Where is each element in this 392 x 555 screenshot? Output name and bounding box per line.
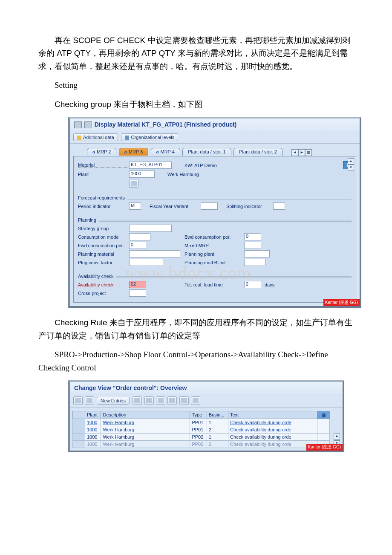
- table-row[interactable]: 1000Werk HamburgPP022Check availability …: [73, 440, 330, 448]
- sap2-title: Change View "Order control": Overview: [70, 382, 343, 394]
- paragraph-4: Checking Rule 来自于应用程序，即不同的应用程序有不同的设定，如生产…: [38, 316, 354, 342]
- scroll-down-button[interactable]: ▼: [348, 165, 354, 171]
- ac-label: Availability check: [78, 282, 129, 287]
- cell-type: PP01: [190, 419, 207, 426]
- tab-mrp2[interactable]: σMRP 2: [87, 148, 116, 156]
- paragraph-2: Setting: [38, 79, 354, 92]
- cell-pad: [317, 433, 330, 440]
- pbunit-field[interactable]: [244, 259, 265, 266]
- order-control-table: Plant Description Type Busin... Text ▦ 1…: [72, 411, 330, 448]
- new-entries-button[interactable]: New Entries: [97, 397, 130, 405]
- sap-tabbar: σMRP 2 σMRP 3 σMRP 4 Plant data / stor. …: [70, 144, 360, 156]
- col-type[interactable]: Type: [190, 411, 207, 419]
- cell-desc: Werk Hamburg: [101, 426, 190, 433]
- cell-text: Check availability during orde: [228, 433, 317, 440]
- material-desc: KW: ATP Demo: [184, 163, 217, 168]
- glasses-icon[interactable]: [85, 396, 94, 405]
- sap-order-control-window: Change View "Order control": Overview Ne…: [68, 380, 344, 452]
- tab-scroll-right[interactable]: ►: [298, 149, 305, 156]
- cell-pad: [317, 419, 330, 426]
- pmat-field[interactable]: [129, 250, 180, 257]
- tab-scroll-list[interactable]: ▦: [305, 149, 312, 156]
- sap-toolbar: Additional data Organizational levels: [70, 131, 360, 144]
- cell-busin: 2: [207, 440, 228, 448]
- cmode-label: Consumption mode: [78, 234, 129, 240]
- pmat-label: Planning material: [78, 251, 129, 257]
- fwd-field[interactable]: 0: [129, 242, 146, 249]
- tab-plant-data-1[interactable]: Plant data / stor. 1: [182, 148, 231, 156]
- plant-field[interactable]: 1000: [129, 171, 155, 178]
- period-field[interactable]: M: [129, 202, 141, 210]
- planning-group: Planning: [78, 214, 352, 220]
- row-selector[interactable]: [73, 440, 85, 448]
- material-label: Material: [78, 162, 129, 168]
- paragraph-1: 再在 SCOPE OF CHECK 中设定需要检查哪些元素，再把哪些元素加加减减…: [38, 34, 354, 73]
- settings-header[interactable]: ▦: [317, 411, 330, 419]
- plant-label: Plant: [78, 172, 129, 177]
- pbunit-label: Planning matl BUnit: [184, 260, 244, 265]
- material-field[interactable]: KT_FG_ATP01: [129, 162, 172, 169]
- pplant-field[interactable]: [244, 250, 270, 257]
- mixed-field[interactable]: [244, 242, 261, 249]
- cell-type: PP02: [190, 440, 207, 448]
- tab-plant-data-2[interactable]: Plant data / stor. 2: [233, 148, 282, 156]
- table-row[interactable]: 1000Werk HamburgPP012Check availability …: [73, 426, 330, 433]
- refresh-icon[interactable]: [129, 179, 138, 188]
- bwd-field[interactable]: 0: [244, 233, 261, 240]
- sap-window-title: Display Material KT_FG_ATP01 (Finished p…: [70, 119, 360, 131]
- sap-title-text: Display Material KT_FG_ATP01 (Finished p…: [95, 121, 236, 128]
- scroll-up-button[interactable]: ▲: [348, 158, 354, 165]
- undo-icon[interactable]: [156, 396, 165, 405]
- pconv-field[interactable]: [129, 259, 163, 266]
- select-all-icon[interactable]: [179, 396, 189, 405]
- trl-unit: days: [265, 282, 274, 287]
- ac-field[interactable]: 02: [129, 281, 146, 288]
- paragraph-3: Checking group 来自于物料主档，如下图: [38, 98, 354, 111]
- strategy-field[interactable]: [129, 225, 172, 232]
- cmode-field[interactable]: [129, 233, 150, 240]
- cross-field[interactable]: [129, 289, 146, 297]
- pencil-icon[interactable]: [73, 396, 83, 405]
- cell-busin: 1: [207, 433, 228, 440]
- scroll-up-icon[interactable]: ▲: [334, 433, 340, 439]
- trl-field[interactable]: 2: [244, 281, 261, 288]
- arrow-icon: [77, 136, 81, 140]
- row-selector[interactable]: [73, 419, 85, 426]
- paragraph-5: SPRO->Production->Shop Floor Control->Op…: [38, 348, 354, 374]
- cell-plant: 1000: [85, 426, 101, 433]
- split-label: Splitting indicator: [226, 204, 273, 209]
- copy-icon[interactable]: [133, 396, 142, 405]
- sap2-toolbar: New Entries: [70, 394, 343, 408]
- mixed-label: Mixed MRP: [184, 243, 244, 248]
- cell-text: Check availability during orde: [228, 419, 317, 426]
- col-busin[interactable]: Busin...: [207, 411, 228, 419]
- table-area: Plant Description Type Busin... Text ▦ 1…: [70, 408, 343, 451]
- table-header-row: Plant Description Type Busin... Text ▦: [73, 411, 330, 419]
- save-icon[interactable]: [144, 396, 154, 405]
- period-label: Period indicator: [78, 204, 129, 209]
- forecast-group: Forecast requirements: [78, 192, 352, 198]
- trl-label: Tot. repl. lead time: [184, 282, 244, 287]
- org-levels-button[interactable]: Organizational levels: [121, 133, 178, 141]
- cross-label: Cross-project: [78, 291, 129, 296]
- tab-mrp4[interactable]: σMRP 4: [151, 148, 180, 156]
- row-selector[interactable]: [73, 433, 85, 440]
- tab-scroll-left[interactable]: ◄: [291, 149, 298, 156]
- split-field[interactable]: [273, 202, 285, 210]
- fyv-field[interactable]: [201, 202, 218, 210]
- col-desc[interactable]: Description: [101, 411, 190, 419]
- tree-icon: [125, 136, 129, 140]
- strategy-label: Strategy group: [78, 226, 129, 231]
- row-selector[interactable]: [73, 426, 85, 433]
- select-icon[interactable]: [167, 396, 177, 405]
- table-row[interactable]: 1000Werk HamburgPP011Check availability …: [73, 419, 330, 426]
- sel-header: [73, 411, 85, 419]
- deselect-icon[interactable]: [191, 396, 200, 405]
- col-text[interactable]: Text: [228, 411, 317, 419]
- col-plant[interactable]: Plant: [85, 411, 101, 419]
- additional-data-button[interactable]: Additional data: [73, 133, 118, 141]
- cell-plant: 1000: [85, 433, 101, 440]
- tab-mrp3[interactable]: σMRP 3: [119, 148, 148, 156]
- table-row[interactable]: 1000Werk HamburgPP021Check availability …: [73, 433, 330, 440]
- kanter-badge: Kanter (星恩 GG): [323, 299, 360, 306]
